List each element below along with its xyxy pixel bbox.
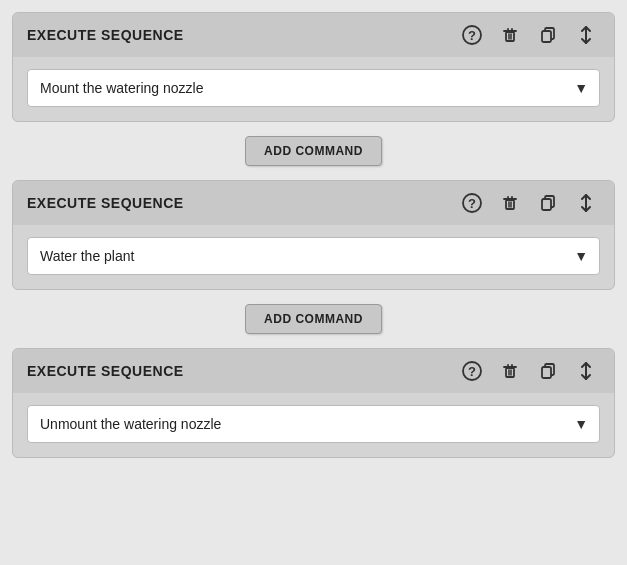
trash-icon bbox=[500, 25, 520, 45]
help-icon: ? bbox=[462, 25, 482, 45]
copy-button-1[interactable] bbox=[534, 23, 562, 47]
add-command-row-1: ADD COMMAND bbox=[12, 122, 615, 180]
sequence-dropdown-3[interactable]: Unmount the watering nozzle bbox=[27, 405, 600, 443]
help-button-3[interactable]: ? bbox=[458, 359, 486, 383]
dropdown-value-1: Mount the watering nozzle bbox=[40, 80, 203, 96]
execute-title-3: EXECUTE SEQUENCE bbox=[27, 363, 184, 379]
copy-icon bbox=[538, 25, 558, 45]
execute-header-2: EXECUTE SEQUENCE ? bbox=[13, 181, 614, 225]
trash-icon bbox=[500, 193, 520, 213]
svg-text:?: ? bbox=[468, 364, 476, 379]
help-icon: ? bbox=[462, 361, 482, 381]
move-button-3[interactable] bbox=[572, 359, 600, 383]
dropdown-wrapper-1: Mount the watering nozzle ▼ bbox=[27, 69, 600, 107]
svg-rect-31 bbox=[542, 367, 551, 378]
add-command-button-2[interactable]: ADD COMMAND bbox=[245, 304, 382, 334]
sequence-dropdown-2[interactable]: Water the plant bbox=[27, 237, 600, 275]
svg-text:?: ? bbox=[468, 28, 476, 43]
trash-button-2[interactable] bbox=[496, 191, 524, 215]
move-icon bbox=[576, 361, 596, 381]
header-icons-1: ? bbox=[458, 23, 600, 47]
trash-icon bbox=[500, 361, 520, 381]
move-icon bbox=[576, 25, 596, 45]
move-button-1[interactable] bbox=[572, 23, 600, 47]
svg-text:?: ? bbox=[468, 196, 476, 211]
help-button-2[interactable]: ? bbox=[458, 191, 486, 215]
svg-rect-2 bbox=[506, 32, 514, 41]
trash-button-1[interactable] bbox=[496, 23, 524, 47]
execute-block-1: EXECUTE SEQUENCE ? bbox=[12, 12, 615, 122]
dropdown-wrapper-3: Unmount the watering nozzle ▼ bbox=[27, 405, 600, 443]
move-icon bbox=[576, 193, 596, 213]
execute-body-3: Unmount the watering nozzle ▼ bbox=[13, 393, 614, 457]
svg-rect-20 bbox=[542, 199, 551, 210]
execute-title-2: EXECUTE SEQUENCE bbox=[27, 195, 184, 211]
header-icons-3: ? bbox=[458, 359, 600, 383]
trash-button-3[interactable] bbox=[496, 359, 524, 383]
execute-title-1: EXECUTE SEQUENCE bbox=[27, 27, 184, 43]
execute-header-3: EXECUTE SEQUENCE ? bbox=[13, 349, 614, 393]
copy-button-2[interactable] bbox=[534, 191, 562, 215]
dropdown-value-2: Water the plant bbox=[40, 248, 134, 264]
svg-rect-13 bbox=[506, 200, 514, 209]
add-command-button-1[interactable]: ADD COMMAND bbox=[245, 136, 382, 166]
copy-button-3[interactable] bbox=[534, 359, 562, 383]
dropdown-wrapper-2: Water the plant ▼ bbox=[27, 237, 600, 275]
dropdown-value-3: Unmount the watering nozzle bbox=[40, 416, 221, 432]
svg-rect-24 bbox=[506, 368, 514, 377]
help-button-1[interactable]: ? bbox=[458, 23, 486, 47]
copy-icon bbox=[538, 193, 558, 213]
add-command-row-2: ADD COMMAND bbox=[12, 290, 615, 348]
execute-body-1: Mount the watering nozzle ▼ bbox=[13, 57, 614, 121]
move-button-2[interactable] bbox=[572, 191, 600, 215]
execute-header-1: EXECUTE SEQUENCE ? bbox=[13, 13, 614, 57]
header-icons-2: ? bbox=[458, 191, 600, 215]
svg-rect-9 bbox=[542, 31, 551, 42]
execute-body-2: Water the plant ▼ bbox=[13, 225, 614, 289]
sequence-dropdown-1[interactable]: Mount the watering nozzle bbox=[27, 69, 600, 107]
copy-icon bbox=[538, 361, 558, 381]
execute-block-3: EXECUTE SEQUENCE ? bbox=[12, 348, 615, 458]
help-icon: ? bbox=[462, 193, 482, 213]
execute-block-2: EXECUTE SEQUENCE ? bbox=[12, 180, 615, 290]
